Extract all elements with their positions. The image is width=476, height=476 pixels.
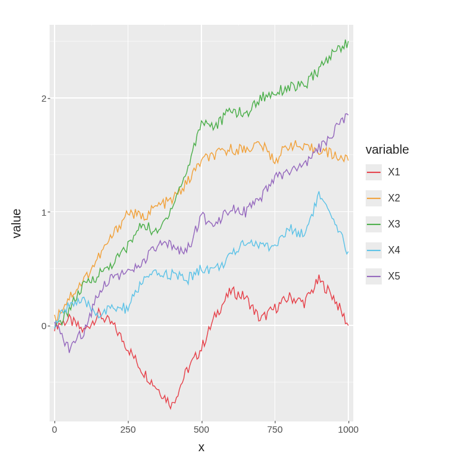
legend-item-X2: X2 <box>366 190 465 206</box>
series-lines <box>50 25 353 421</box>
legend-item-X4: X4 <box>366 242 465 258</box>
legend-swatch <box>366 268 382 284</box>
series-line-X3 <box>55 40 348 328</box>
legend: variable X1X2X3X4X5 <box>366 143 465 294</box>
legend-item-X1: X1 <box>366 164 465 180</box>
legend-swatch <box>366 164 382 180</box>
legend-swatch <box>366 190 382 206</box>
legend-item-X5: X5 <box>366 268 465 284</box>
y-tick-label: 0 <box>34 320 46 331</box>
y-tick-label: 2 <box>34 93 46 104</box>
legend-label: X5 <box>388 271 400 282</box>
plot-panel <box>50 25 353 421</box>
chart-container: x value variable X1X2X3X4X5 012025050075… <box>0 0 476 476</box>
legend-swatch <box>366 216 382 232</box>
series-line-X1 <box>55 275 348 408</box>
legend-swatch <box>366 242 382 258</box>
legend-item-X3: X3 <box>366 216 465 232</box>
x-tick-label: 250 <box>120 424 136 434</box>
x-tick-label: 0 <box>52 424 57 434</box>
y-tick-label: 1 <box>34 206 46 217</box>
x-tick-label: 1000 <box>338 424 358 434</box>
legend-label: X1 <box>388 167 400 178</box>
x-axis-title: x <box>50 440 353 454</box>
legend-label: X3 <box>388 219 400 230</box>
x-tick-label: 750 <box>267 424 283 434</box>
y-axis-title: value <box>9 25 24 421</box>
legend-label: X4 <box>388 245 400 256</box>
x-tick-label: 500 <box>193 424 209 434</box>
legend-title: variable <box>366 143 465 157</box>
series-line-X2 <box>55 140 348 321</box>
legend-label: X2 <box>388 193 400 204</box>
